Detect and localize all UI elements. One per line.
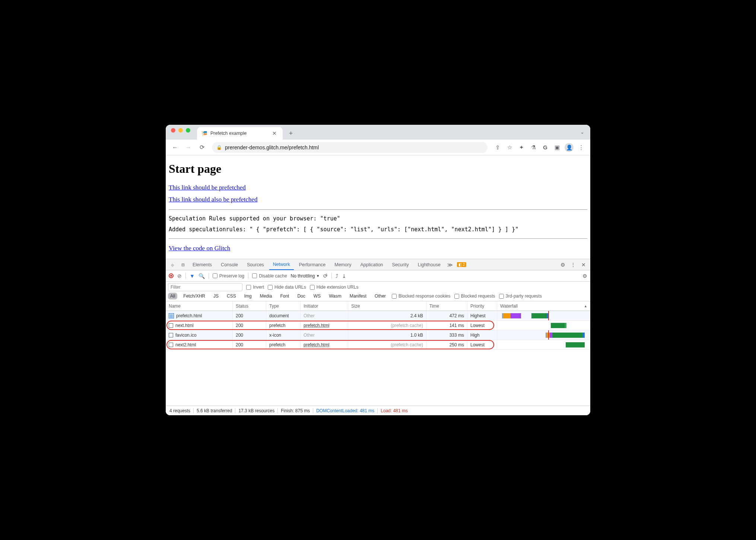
blocked-cookies-checkbox[interactable]: Blocked response cookies	[392, 293, 450, 299]
row-priority: High	[467, 330, 497, 340]
hide-extension-urls-checkbox[interactable]: Hide extension URLs	[310, 285, 359, 290]
forward-button[interactable]: →	[183, 142, 194, 153]
tab-sources[interactable]: Sources	[243, 259, 268, 270]
glitch-link[interactable]: View the code on Glitch	[169, 245, 230, 252]
filter-type-ws[interactable]: WS	[311, 293, 323, 299]
tab-title: Prefetch example	[210, 131, 247, 136]
filter-type-wasm[interactable]: Wasm	[327, 293, 344, 299]
filter-type-font[interactable]: Font	[278, 293, 291, 299]
tab-network[interactable]: Network	[269, 259, 294, 270]
record-button[interactable]	[169, 273, 174, 278]
col-initiator[interactable]: Initiator	[301, 301, 348, 311]
table-row[interactable]: prefetch.html 200 document Other 2.4 kB …	[166, 311, 590, 321]
invert-checkbox[interactable]: Invert	[246, 285, 264, 290]
col-time[interactable]: Time	[426, 301, 467, 311]
devtools-status-bar: 4 requests 5.6 kB transferred 17.3 kB re…	[166, 406, 590, 415]
third-party-checkbox[interactable]: 3rd-party requests	[499, 293, 542, 299]
more-tabs-icon[interactable]: ≫	[446, 262, 455, 268]
row-initiator[interactable]: prefetch.html	[301, 321, 348, 330]
window-close-button[interactable]	[171, 128, 175, 133]
profile-avatar[interactable]: 👤	[563, 142, 575, 153]
tab-performance[interactable]: Performance	[295, 259, 330, 270]
filter-type-img[interactable]: Img	[242, 293, 254, 299]
back-button[interactable]: ←	[169, 142, 181, 153]
tab-application[interactable]: Application	[356, 259, 387, 270]
tabs-overflow-button[interactable]: ⌄	[580, 129, 584, 135]
browser-window: 🎏 Prefetch example ✕ + ⌄ ← → ⟳ 🔒 prerend…	[166, 125, 590, 415]
menu-icon[interactable]: ⋮	[575, 142, 587, 153]
preserve-log-checkbox[interactable]: Preserve log	[213, 273, 244, 279]
window-maximize-button[interactable]	[186, 128, 190, 133]
disable-cache-checkbox[interactable]: Disable cache	[252, 273, 287, 279]
filter-type-other[interactable]: Other	[372, 293, 388, 299]
tab-elements[interactable]: Elements	[189, 259, 216, 270]
url-text: prerender-demos.glitch.me/prefetch.html	[225, 144, 319, 150]
col-priority[interactable]: Priority	[467, 301, 497, 311]
filter-type-media[interactable]: Media	[258, 293, 274, 299]
extensions-icon[interactable]: ✦	[516, 142, 527, 153]
reload-button[interactable]: ⟳	[196, 142, 207, 153]
warnings-badge[interactable]: ◧ 2	[457, 262, 466, 267]
filter-input[interactable]	[168, 283, 242, 291]
prefetch-link-1[interactable]: This link should be prefetched	[169, 184, 246, 191]
search-icon[interactable]: 🔍	[198, 273, 205, 279]
network-conditions-icon[interactable]: ⟳̂	[323, 273, 328, 279]
tab-lighthouse[interactable]: Lighthouse	[414, 259, 444, 270]
table-row[interactable]: next.html 200 prefetch prefetch.html (pr…	[166, 321, 590, 330]
filter-type-fetch[interactable]: Fetch/XHR	[181, 293, 207, 299]
filter-type-doc[interactable]: Doc	[295, 293, 307, 299]
table-row[interactable]: favicon.ico 200 x-icon Other 1.0 kB 333 …	[166, 330, 590, 340]
row-initiator[interactable]: Other	[301, 330, 348, 340]
row-type: prefetch	[266, 321, 301, 330]
col-type[interactable]: Type	[266, 301, 301, 311]
address-bar[interactable]: 🔒 prerender-demos.glitch.me/prefetch.htm…	[212, 142, 487, 153]
devtools-menu-icon[interactable]: ⋮	[569, 262, 578, 268]
blocked-requests-checkbox[interactable]: Blocked requests	[454, 293, 495, 299]
row-priority: Lowest	[467, 321, 497, 330]
tab-close-button[interactable]: ✕	[271, 130, 278, 137]
browser-tab[interactable]: 🎏 Prefetch example ✕	[197, 127, 283, 140]
bookmark-star-icon[interactable]: ☆	[504, 142, 515, 153]
network-toolbar: ⊘ ▼ 🔍 Preserve log Disable cache No thro…	[166, 270, 590, 282]
tab-console[interactable]: Console	[217, 259, 242, 270]
filter-toggle-icon[interactable]: ▼	[190, 273, 195, 279]
row-time: 141 ms	[426, 321, 467, 330]
col-status[interactable]: Status	[233, 301, 266, 311]
upload-har-icon[interactable]: ⤴	[336, 273, 338, 279]
network-settings-icon[interactable]: ⚙	[582, 273, 587, 279]
labs-icon[interactable]: ⚗	[528, 142, 539, 153]
prefetch-link-2[interactable]: This link should also be prefetched	[169, 196, 257, 203]
tab-security[interactable]: Security	[388, 259, 413, 270]
divider	[169, 209, 587, 210]
devtools-close-icon[interactable]: ✕	[579, 262, 588, 268]
throttling-select[interactable]: No throttling ▼	[291, 273, 320, 279]
inspect-icon[interactable]: ⟐	[168, 262, 177, 268]
row-initiator[interactable]: prefetch.html	[301, 340, 348, 349]
filter-type-css[interactable]: CSS	[225, 293, 238, 299]
table-row[interactable]: next2.html 200 prefetch prefetch.html (p…	[166, 340, 590, 350]
row-status: 200	[233, 340, 266, 349]
hide-data-urls-checkbox[interactable]: Hide data URLs	[268, 285, 306, 290]
col-size[interactable]: Size	[348, 301, 426, 311]
titlebar: 🎏 Prefetch example ✕ + ⌄	[166, 125, 590, 140]
device-toggle-icon[interactable]: ⧈	[178, 261, 187, 268]
row-time: 333 ms	[426, 330, 467, 340]
window-minimize-button[interactable]	[178, 128, 183, 133]
clear-icon[interactable]: ⊘	[177, 273, 182, 279]
col-name[interactable]: Name	[166, 301, 233, 311]
page-heading: Start page	[169, 162, 587, 176]
col-waterfall[interactable]: Waterfall▲	[497, 301, 590, 311]
download-har-icon[interactable]: ⤓	[342, 273, 346, 279]
share-icon[interactable]: ⇪	[492, 142, 503, 153]
filter-type-manifest[interactable]: Manifest	[347, 293, 369, 299]
row-status: 200	[233, 311, 266, 320]
row-initiator[interactable]: Other	[301, 311, 348, 320]
new-tab-button[interactable]: +	[286, 128, 296, 139]
devtools-tabstrip: ⟐ ⧈ Elements Console Sources Network Per…	[166, 259, 590, 270]
filter-type-js[interactable]: JS	[211, 293, 221, 299]
google-icon[interactable]: G	[540, 142, 551, 153]
devtools-settings-icon[interactable]: ⚙	[558, 262, 567, 268]
tab-memory[interactable]: Memory	[331, 259, 355, 270]
filter-type-all[interactable]: All	[168, 293, 177, 299]
sidepanel-icon[interactable]: ▣	[552, 142, 563, 153]
